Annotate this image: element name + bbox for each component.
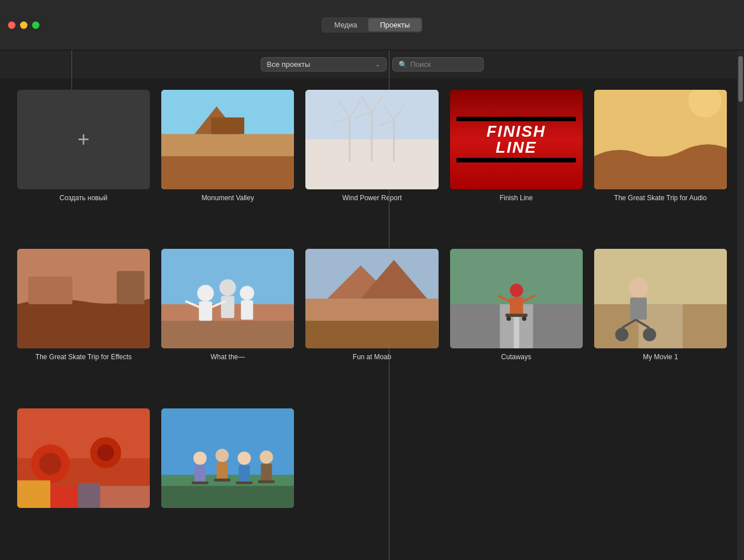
- finish-label: Finish Line: [500, 194, 533, 202]
- svg-rect-78: [192, 481, 208, 484]
- svg-point-56: [628, 278, 648, 298]
- svg-point-52: [522, 316, 526, 321]
- toolbar: Все проекты ⌄ 🔍 Поиск: [0, 50, 744, 78]
- project-tile-wind[interactable]: Wind Power Report: [305, 90, 438, 237]
- svg-point-85: [260, 450, 273, 463]
- filter-label: Все проекты: [267, 60, 311, 69]
- skate-audio-label: The Great Skate Trip for Audio: [614, 194, 707, 202]
- my-movie-label: My Movie 1: [643, 353, 678, 361]
- project-tile-moab[interactable]: Fun at Moab: [305, 249, 438, 396]
- project-thumb-what-the: [161, 249, 294, 348]
- svg-rect-25: [117, 271, 144, 304]
- svg-rect-71: [100, 486, 150, 508]
- svg-rect-47: [510, 297, 523, 313]
- svg-point-33: [240, 286, 254, 300]
- svg-rect-84: [236, 481, 253, 484]
- minimize-button[interactable]: [20, 21, 27, 29]
- svg-point-29: [197, 285, 214, 301]
- scrollbar-thumb[interactable]: [738, 56, 743, 102]
- traffic-lights: [8, 21, 39, 29]
- project-tile-my-movie[interactable]: My Movie 1: [594, 249, 727, 396]
- tab-media[interactable]: Медиа: [323, 18, 368, 31]
- svg-point-67: [97, 444, 114, 461]
- project-tile-skateboard[interactable]: [17, 408, 150, 548]
- svg-rect-70: [78, 483, 100, 508]
- svg-point-46: [510, 284, 523, 297]
- new-project-tile[interactable]: + Создать новый: [17, 90, 150, 237]
- search-icon: 🔍: [399, 61, 407, 69]
- svg-rect-57: [630, 297, 647, 320]
- svg-rect-74: [161, 486, 294, 508]
- svg-point-65: [39, 452, 62, 475]
- project-grid: + Создать новый Monument Valley: [0, 78, 744, 559]
- tab-group: Медиа Проекты: [321, 17, 422, 33]
- search-input-placeholder: Поиск: [411, 60, 431, 69]
- svg-rect-3: [211, 117, 244, 134]
- svg-point-82: [238, 451, 251, 464]
- svg-rect-24: [28, 277, 72, 304]
- project-thumb-skateboard: [17, 408, 150, 508]
- project-thumb-my-movie: [594, 249, 727, 348]
- wind-label: Wind Power Report: [342, 194, 401, 202]
- what-the-label: What the—: [210, 353, 245, 361]
- svg-rect-81: [214, 479, 230, 482]
- svg-point-79: [216, 448, 229, 462]
- project-thumb-wind: [305, 90, 438, 189]
- close-button[interactable]: [8, 21, 15, 29]
- project-tile-monument[interactable]: Monument Valley: [161, 90, 294, 237]
- svg-rect-83: [239, 464, 250, 481]
- svg-rect-4: [161, 156, 294, 189]
- new-project-label: Создать новый: [59, 194, 108, 202]
- svg-rect-28: [161, 321, 294, 348]
- titlebar: Медиа Проекты: [0, 0, 744, 50]
- project-thumb-monument: [161, 90, 294, 189]
- svg-rect-41: [305, 321, 438, 348]
- tab-projects[interactable]: Проекты: [368, 18, 421, 31]
- project-tile-skate-audio[interactable]: The Great Skate Trip for Audio: [594, 90, 727, 237]
- svg-rect-77: [194, 464, 205, 481]
- project-thumb-moab: [305, 249, 438, 348]
- svg-point-59: [643, 328, 656, 341]
- svg-rect-32: [221, 296, 234, 319]
- svg-rect-80: [217, 462, 228, 478]
- svg-rect-87: [258, 480, 274, 483]
- filter-dropdown[interactable]: Все проекты ⌄: [261, 57, 387, 72]
- project-thumb-skate-effects: [17, 249, 150, 348]
- project-thumb-skate-audio: [594, 90, 727, 189]
- skate-effects-label: The Great Skate Trip for Effects: [35, 353, 132, 361]
- moab-label: Fun at Moab: [353, 353, 391, 361]
- chevron-down-icon: ⌄: [375, 61, 380, 68]
- svg-rect-68: [17, 480, 50, 507]
- project-tile-skate-effects[interactable]: The Great Skate Trip for Effects: [17, 249, 150, 396]
- search-box[interactable]: 🔍 Поиск: [392, 57, 484, 72]
- monument-label: Monument Valley: [201, 194, 254, 202]
- cutaways-label: Cutaways: [501, 353, 531, 361]
- project-thumb-group: [161, 408, 294, 508]
- svg-rect-34: [241, 300, 253, 320]
- svg-rect-30: [199, 301, 212, 321]
- maximize-button[interactable]: [32, 21, 39, 29]
- svg-point-76: [193, 451, 206, 464]
- svg-point-51: [506, 316, 511, 321]
- svg-rect-69: [50, 486, 78, 508]
- project-thumb-cutaways: [450, 249, 583, 348]
- project-tile-cutaways[interactable]: Cutaways: [450, 249, 583, 396]
- scrollbar-track: [737, 50, 744, 560]
- svg-point-31: [220, 280, 236, 296]
- project-tile-finish[interactable]: FINISHLINE Finish Line: [450, 90, 583, 237]
- svg-rect-86: [261, 463, 272, 480]
- svg-point-58: [615, 328, 628, 341]
- project-thumb-finish: FINISHLINE: [450, 90, 583, 189]
- plus-icon: +: [78, 129, 90, 150]
- project-tile-group[interactable]: [161, 408, 294, 548]
- project-tile-what-the[interactable]: What the—: [161, 249, 294, 396]
